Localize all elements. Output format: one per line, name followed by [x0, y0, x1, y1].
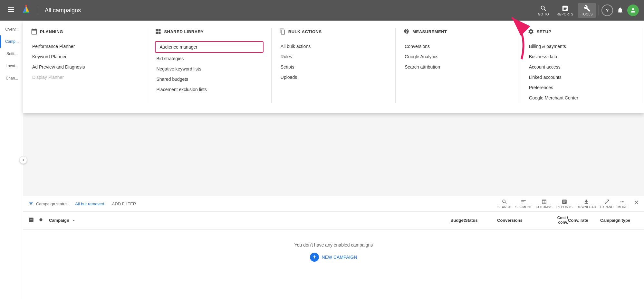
goto-label: GO TO: [538, 13, 549, 16]
select-all-checkbox[interactable]: [28, 217, 39, 224]
conversions-item[interactable]: Conversions: [403, 41, 512, 51]
placement-exclusion-lists-item[interactable]: Placement exclusion lists: [155, 84, 263, 95]
measurement-header: MEASUREMENT: [403, 28, 512, 36]
tools-label: TOOLS: [581, 13, 593, 16]
sidebar-item-campaigns[interactable]: Camp...: [0, 35, 23, 48]
sidebar-item-overview[interactable]: Overv...: [0, 23, 23, 35]
help-button[interactable]: ?: [601, 5, 613, 16]
new-campaign-plus-icon: +: [310, 253, 319, 262]
bottom-content-area: Campaign status: All but removed ADD FIL…: [23, 196, 644, 299]
search-action[interactable]: SEARCH: [497, 199, 511, 209]
top-nav: All campaigns GO TO REPORTS TOOLS ?: [0, 0, 644, 21]
campaign-col-header[interactable]: Campaign: [49, 218, 433, 223]
performance-planner-item[interactable]: Performance Planner: [31, 41, 139, 51]
preferences-item[interactable]: Preferences: [528, 82, 636, 93]
measurement-column: MEASUREMENT Conversions Google Analytics…: [396, 28, 520, 103]
planning-header: PLANNING: [31, 28, 139, 36]
reports-button[interactable]: REPORTS: [553, 3, 577, 18]
filter-label: Campaign status:: [36, 201, 69, 206]
setup-column: SETUP Billing & payments Business data A…: [520, 28, 644, 103]
empty-state: You don't have any enabled campaigns + N…: [23, 229, 644, 275]
account-access-item[interactable]: Account access: [528, 62, 636, 72]
user-avatar[interactable]: [627, 5, 639, 16]
all-bulk-actions-item[interactable]: All bulk actions: [279, 41, 388, 51]
campaign-type-col-header: Campaign type: [600, 218, 639, 223]
svg-rect-1: [8, 9, 14, 10]
bulk-actions-column: BULK ACTIONS All bulk actions Rules Scri…: [272, 28, 396, 103]
segment-action[interactable]: SEGMENT: [515, 199, 532, 209]
new-campaign-label: NEW CAMPAIGN: [322, 255, 357, 260]
new-campaign-button[interactable]: + NEW CAMPAIGN: [310, 253, 357, 262]
conv-rate-col-header: Conv. rate: [568, 218, 600, 223]
svg-rect-0: [8, 7, 14, 8]
svg-point-6: [39, 218, 42, 221]
sidebar-item-settings[interactable]: Setti...: [0, 48, 23, 60]
empty-message: You don't have any enabled campaigns: [294, 242, 373, 248]
business-data-item[interactable]: Business data: [528, 51, 636, 62]
display-planner-item: Display Planner: [31, 72, 139, 82]
budget-col-header: Budget: [433, 218, 465, 223]
filter-bar: Campaign status: All but removed ADD FIL…: [23, 196, 644, 212]
expand-action[interactable]: EXPAND: [600, 199, 614, 209]
negative-keyword-lists-item[interactable]: Negative keyword lists: [155, 64, 263, 74]
page-title: All campaigns: [45, 7, 81, 14]
uploads-item[interactable]: Uploads: [279, 72, 388, 82]
shared-library-column: SHARED LIBRARY Audience manager Bid stra…: [147, 28, 271, 103]
bulk-actions-header: BULK ACTIONS: [279, 28, 388, 36]
sidebar-collapse-button[interactable]: [19, 156, 27, 164]
search-attribution-item[interactable]: Search attribution: [403, 62, 512, 72]
filter-value[interactable]: All but removed: [75, 201, 104, 206]
shared-library-header: SHARED LIBRARY: [155, 28, 263, 36]
filter-actions: SEARCH SEGMENT COLUMNS REPORTS DOWNLOAD: [497, 199, 639, 209]
svg-point-4: [25, 5, 27, 7]
nav-divider: [38, 6, 38, 15]
status-label-col-header: Status: [465, 218, 497, 223]
nav-separator: [599, 5, 599, 15]
reports-action[interactable]: REPORTS: [556, 199, 572, 209]
conversions-col-header: Conversions: [497, 218, 536, 223]
sidebar-item-changes[interactable]: Chan...: [0, 72, 23, 84]
billing-payments-item[interactable]: Billing & payments: [528, 41, 636, 51]
close-filter-button[interactable]: ✕: [634, 199, 639, 209]
cost-col-header: Cost /conv.: [536, 216, 568, 225]
main-container: Overv... Camp... Setti... Locat... Chan.…: [0, 21, 644, 299]
filter-icon: [28, 201, 34, 207]
more-action[interactable]: MORE: [618, 199, 628, 209]
goto-button[interactable]: GO TO: [535, 3, 552, 18]
table-header: Campaign Budget Status Conversions Cost …: [23, 212, 644, 229]
tools-dropdown-menu: PLANNING Performance Planner Keyword Pla…: [23, 21, 644, 113]
keyword-planner-item[interactable]: Keyword Planner: [31, 51, 139, 62]
notifications-button[interactable]: [614, 5, 626, 16]
bid-strategies-item[interactable]: Bid strategies: [155, 53, 263, 64]
planning-column: PLANNING Performance Planner Keyword Pla…: [23, 28, 147, 103]
scripts-item[interactable]: Scripts: [279, 62, 388, 72]
audience-manager-item[interactable]: Audience manager: [155, 41, 263, 53]
setup-header: SETUP: [528, 28, 636, 36]
status-col-header: [39, 218, 49, 223]
columns-action[interactable]: COLUMNS: [536, 199, 553, 209]
google-merchant-center-item[interactable]: Google Merchant Center: [528, 93, 636, 103]
hamburger-menu[interactable]: [5, 4, 17, 17]
google-analytics-item[interactable]: Google Analytics: [403, 51, 512, 62]
ad-preview-item[interactable]: Ad Preview and Diagnosis: [31, 62, 139, 72]
google-ads-logo: [21, 4, 32, 16]
download-action[interactable]: DOWNLOAD: [576, 199, 596, 209]
linked-accounts-item[interactable]: Linked accounts: [528, 72, 636, 82]
reports-label: REPORTS: [557, 13, 573, 16]
shared-budgets-item[interactable]: Shared budgets: [155, 74, 263, 84]
sidebar-item-locations[interactable]: Locat...: [0, 60, 23, 72]
svg-rect-2: [8, 11, 14, 12]
add-filter-button[interactable]: ADD FILTER: [110, 200, 139, 208]
rules-item[interactable]: Rules: [279, 51, 388, 62]
tools-button[interactable]: TOOLS: [578, 3, 596, 18]
